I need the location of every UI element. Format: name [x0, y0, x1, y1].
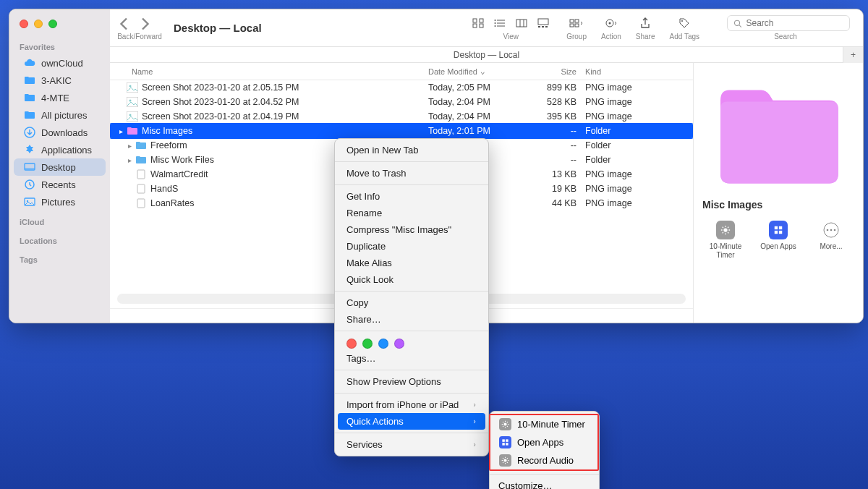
cm-open-new-tab[interactable]: Open in New Tab	[335, 142, 488, 158]
file-row[interactable]: ▸Screen Shot 2023-01-20 at 2.04.19 PMTod…	[110, 109, 693, 124]
cm-compress[interactable]: Compress "Misc Images"	[335, 221, 488, 238]
svg-rect-1	[25, 163, 35, 170]
view-gallery-button[interactable]	[535, 15, 552, 31]
sidebar-item-all-pictures[interactable]: All pictures	[14, 106, 106, 124]
col-name-header[interactable]: Name	[132, 67, 428, 76]
cm-services[interactable]: Services›	[335, 436, 488, 453]
file-size: 899 KB	[526, 82, 585, 93]
zoom-window-button[interactable]	[48, 20, 57, 28]
qa-more[interactable]: More...	[809, 221, 853, 260]
cm-sep	[490, 474, 599, 475]
cm-preview-options[interactable]: Show Preview Options	[335, 373, 488, 390]
group-button[interactable]	[568, 15, 585, 31]
tag-color-swatch[interactable]	[378, 339, 388, 349]
file-kind: Folder	[585, 140, 693, 150]
tag-color-swatch[interactable]	[394, 339, 404, 349]
search-input[interactable]	[746, 18, 844, 28]
sm-record-audio[interactable]: Record Audio	[490, 451, 597, 469]
path-text: Desktop — Local	[454, 50, 519, 60]
cm-duplicate[interactable]: Duplicate	[335, 238, 488, 255]
cm-make-alias[interactable]: Make Alias	[335, 255, 488, 271]
file-icon	[135, 183, 148, 195]
file-name: Screen Shot 2023-01-20 at 2.04.19 PM	[142, 111, 428, 122]
close-window-button[interactable]	[20, 20, 28, 28]
open-icon	[499, 436, 511, 448]
action-button[interactable]	[603, 15, 620, 31]
share-button[interactable]	[637, 15, 654, 31]
sidebar-item-3-akic[interactable]: 3-AKIC	[14, 72, 106, 89]
disclosure-triangle-icon[interactable]: ▸	[124, 142, 135, 150]
cm-copy[interactable]: Copy	[335, 294, 488, 311]
sidebar-section-favorites: Favorites	[9, 35, 110, 54]
col-size-header[interactable]: Size	[526, 67, 585, 76]
chevron-right-icon: ›	[472, 417, 477, 425]
col-kind-header[interactable]: Kind	[585, 67, 693, 76]
file-row[interactable]: ▸Screen Shot 2023-01-20 at 2.04.52 PMTod…	[110, 95, 693, 109]
sidebar-item-desktop[interactable]: Desktop	[14, 158, 106, 176]
quick-actions-submenu: 10-Minute TimerOpen AppsRecord Audio Cus…	[489, 411, 600, 489]
file-icon	[126, 96, 139, 108]
tag-color-swatch[interactable]	[346, 339, 357, 349]
column-headers: Name Date Modified⌄ Size Kind	[110, 63, 693, 80]
cm-tags[interactable]: Tags…	[335, 350, 488, 367]
sidebar-item-applications[interactable]: Applications	[14, 141, 106, 158]
view-icon-button[interactable]	[469, 15, 487, 31]
sm-customize[interactable]: Customize…	[490, 477, 599, 489]
sidebar-section-icloud: iCloud	[9, 211, 110, 229]
file-icon	[135, 140, 148, 151]
back-button[interactable]	[116, 15, 133, 33]
svg-rect-21	[542, 26, 544, 27]
cm-share[interactable]: Share…	[335, 311, 488, 328]
folder-icon	[24, 92, 35, 103]
cm-import-iphone[interactable]: Import from iPhone or iPad›	[335, 396, 488, 413]
sm-10-minute-timer[interactable]: 10-Minute Timer	[490, 415, 597, 433]
qa-timer[interactable]: 10-Minute Timer	[704, 221, 747, 260]
view-list-button[interactable]	[491, 15, 509, 31]
svg-rect-38	[137, 170, 145, 179]
cm-get-info[interactable]: Get Info	[335, 188, 488, 205]
cm-rename[interactable]: Rename	[335, 205, 488, 221]
svg-point-13	[495, 20, 496, 21]
svg-point-37	[129, 114, 132, 116]
tag-color-swatch[interactable]	[362, 339, 373, 349]
minimize-window-button[interactable]	[34, 20, 43, 28]
disclosure-triangle-icon[interactable]: ▸	[116, 127, 126, 135]
sm-open-apps[interactable]: Open Apps	[490, 433, 597, 451]
forward-button[interactable]	[136, 15, 153, 33]
context-menu: Open in New Tab Move to Trash Get Info R…	[334, 138, 489, 456]
cm-quick-actions[interactable]: Quick Actions›	[338, 413, 485, 430]
col-date-header[interactable]: Date Modified⌄	[428, 67, 526, 76]
sidebar-item-owncloud[interactable]: ownCloud	[14, 54, 106, 72]
file-date: Today, 2:01 PM	[428, 126, 526, 136]
sidebar-item-label: Downloads	[41, 127, 88, 138]
cm-quick-look[interactable]: Quick Look	[335, 271, 488, 288]
view-column-button[interactable]	[513, 15, 530, 31]
sidebar-item-4-mte[interactable]: 4-MTE	[14, 89, 106, 106]
qa-open-apps[interactable]: Open Apps	[757, 221, 800, 260]
svg-rect-7	[480, 19, 483, 22]
file-kind: PNG image	[585, 184, 693, 194]
tags-button[interactable]	[676, 15, 693, 31]
svg-rect-52	[506, 439, 508, 441]
new-tab-button[interactable]: +	[843, 47, 863, 63]
disclosure-triangle-icon[interactable]: ▸	[124, 156, 135, 164]
search-box[interactable]	[727, 15, 850, 31]
preview-quick-actions: 10-Minute Timer Open Apps More...	[701, 221, 856, 260]
cm-move-to-trash[interactable]: Move to Trash	[335, 165, 488, 182]
toolbar: Back/Forward Desktop — Local View Group	[110, 9, 863, 47]
svg-rect-20	[538, 26, 540, 27]
chevron-right-icon: ›	[472, 441, 477, 448]
sidebar-item-recents[interactable]: Recents	[14, 176, 106, 193]
folder-preview-icon	[710, 73, 847, 189]
preview-item-name: Misc Images	[702, 199, 762, 211]
sidebar-item-label: Desktop	[41, 162, 76, 173]
sidebar-item-downloads[interactable]: Downloads	[14, 124, 106, 141]
file-row[interactable]: ▸Misc ImagesToday, 2:01 PM--Folder	[110, 124, 693, 138]
file-kind: PNG image	[585, 169, 693, 179]
sidebar-item-pictures[interactable]: Pictures	[14, 193, 106, 211]
chevron-right-icon: ›	[472, 401, 477, 409]
svg-rect-6	[473, 19, 477, 22]
file-size: 395 KB	[526, 111, 585, 122]
file-row[interactable]: ▸Screen Shot 2023-01-20 at 2.05.15 PMTod…	[110, 80, 693, 95]
cloud-icon	[24, 57, 35, 69]
